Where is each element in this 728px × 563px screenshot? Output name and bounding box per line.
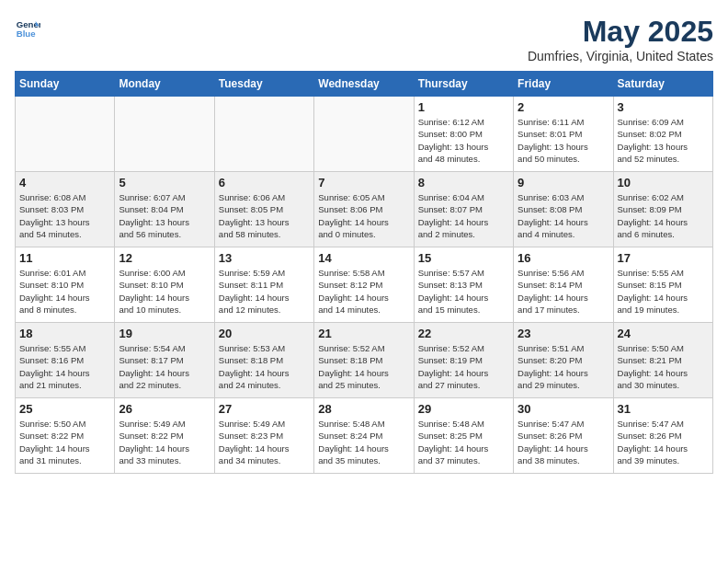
- month-title: May 2025: [528, 15, 713, 49]
- day-info: Sunrise: 6:12 AM Sunset: 8:00 PM Dayligh…: [418, 116, 509, 165]
- day-number: 14: [318, 251, 409, 265]
- day-info: Sunrise: 6:02 AM Sunset: 8:09 PM Dayligh…: [618, 191, 709, 240]
- title-block: May 2025 Dumfries, Virginia, United Stat…: [528, 15, 713, 63]
- day-info: Sunrise: 5:58 AM Sunset: 8:12 PM Dayligh…: [318, 267, 409, 316]
- day-number: 31: [618, 402, 709, 416]
- calendar-cell: 6Sunrise: 6:06 AM Sunset: 8:05 PM Daylig…: [214, 172, 313, 247]
- calendar-cell: [214, 97, 313, 172]
- calendar-cell: 17Sunrise: 5:55 AM Sunset: 8:15 PM Dayli…: [613, 247, 712, 323]
- day-number: 4: [19, 176, 110, 190]
- day-info: Sunrise: 5:50 AM Sunset: 8:21 PM Dayligh…: [618, 342, 709, 391]
- weekday-header-wednesday: Wednesday: [314, 72, 414, 97]
- day-info: Sunrise: 5:49 AM Sunset: 8:22 PM Dayligh…: [119, 418, 210, 466]
- calendar-cell: 19Sunrise: 5:54 AM Sunset: 8:17 PM Dayli…: [115, 323, 214, 398]
- calendar-cell: 24Sunrise: 5:50 AM Sunset: 8:21 PM Dayli…: [613, 323, 712, 398]
- calendar-cell: 1Sunrise: 6:12 AM Sunset: 8:00 PM Daylig…: [414, 97, 513, 172]
- day-info: Sunrise: 6:05 AM Sunset: 8:06 PM Dayligh…: [318, 191, 409, 240]
- day-info: Sunrise: 6:09 AM Sunset: 8:02 PM Dayligh…: [618, 116, 709, 165]
- day-number: 12: [119, 251, 210, 265]
- weekday-header-thursday: Thursday: [414, 72, 513, 97]
- svg-text:Blue: Blue: [17, 29, 36, 39]
- calendar-cell: [115, 97, 214, 172]
- day-info: Sunrise: 6:00 AM Sunset: 8:10 PM Dayligh…: [119, 267, 210, 316]
- day-info: Sunrise: 5:50 AM Sunset: 8:22 PM Dayligh…: [19, 418, 110, 466]
- day-number: 2: [518, 100, 609, 114]
- day-info: Sunrise: 5:52 AM Sunset: 8:18 PM Dayligh…: [318, 342, 409, 391]
- day-number: 18: [19, 327, 110, 340]
- calendar-cell: 2Sunrise: 6:11 AM Sunset: 8:01 PM Daylig…: [514, 97, 613, 172]
- week-row-3: 11Sunrise: 6:01 AM Sunset: 8:10 PM Dayli…: [16, 247, 713, 323]
- day-number: 23: [518, 327, 609, 340]
- day-number: 20: [219, 327, 310, 340]
- calendar-cell: 11Sunrise: 6:01 AM Sunset: 8:10 PM Dayli…: [16, 247, 115, 323]
- calendar-cell: 16Sunrise: 5:56 AM Sunset: 8:14 PM Dayli…: [514, 247, 613, 323]
- calendar-cell: [314, 97, 414, 172]
- day-number: 25: [19, 402, 110, 416]
- week-row-1: 1Sunrise: 6:12 AM Sunset: 8:00 PM Daylig…: [16, 97, 713, 172]
- weekday-header-row: SundayMondayTuesdayWednesdayThursdayFrid…: [16, 72, 713, 97]
- calendar-cell: 14Sunrise: 5:58 AM Sunset: 8:12 PM Dayli…: [314, 247, 414, 323]
- weekday-header-friday: Friday: [514, 72, 613, 97]
- calendar-cell: 18Sunrise: 5:55 AM Sunset: 8:16 PM Dayli…: [16, 323, 115, 398]
- day-info: Sunrise: 5:52 AM Sunset: 8:19 PM Dayligh…: [418, 342, 509, 391]
- day-number: 1: [418, 100, 509, 114]
- day-info: Sunrise: 6:04 AM Sunset: 8:07 PM Dayligh…: [418, 191, 509, 240]
- day-number: 28: [318, 402, 409, 416]
- day-info: Sunrise: 5:59 AM Sunset: 8:11 PM Dayligh…: [219, 267, 310, 316]
- day-number: 6: [219, 176, 310, 190]
- day-info: Sunrise: 6:08 AM Sunset: 8:03 PM Dayligh…: [19, 191, 110, 240]
- day-info: Sunrise: 5:53 AM Sunset: 8:18 PM Dayligh…: [219, 342, 310, 391]
- calendar-table: SundayMondayTuesdayWednesdayThursdayFrid…: [15, 71, 713, 474]
- day-info: Sunrise: 5:56 AM Sunset: 8:14 PM Dayligh…: [518, 267, 609, 316]
- day-number: 15: [418, 251, 509, 265]
- day-info: Sunrise: 5:55 AM Sunset: 8:16 PM Dayligh…: [19, 342, 110, 391]
- day-info: Sunrise: 6:01 AM Sunset: 8:10 PM Dayligh…: [19, 267, 110, 316]
- day-number: 13: [219, 251, 310, 265]
- day-number: 11: [19, 251, 110, 265]
- calendar-cell: 31Sunrise: 5:47 AM Sunset: 8:26 PM Dayli…: [613, 398, 712, 474]
- week-row-4: 18Sunrise: 5:55 AM Sunset: 8:16 PM Dayli…: [16, 323, 713, 398]
- calendar-cell: 21Sunrise: 5:52 AM Sunset: 8:18 PM Dayli…: [314, 323, 414, 398]
- day-number: 10: [618, 176, 709, 190]
- calendar-cell: 30Sunrise: 5:47 AM Sunset: 8:26 PM Dayli…: [514, 398, 613, 474]
- day-info: Sunrise: 6:07 AM Sunset: 8:04 PM Dayligh…: [119, 191, 210, 240]
- calendar-cell: 8Sunrise: 6:04 AM Sunset: 8:07 PM Daylig…: [414, 172, 513, 247]
- day-info: Sunrise: 5:57 AM Sunset: 8:13 PM Dayligh…: [418, 267, 509, 316]
- day-info: Sunrise: 5:51 AM Sunset: 8:20 PM Dayligh…: [518, 342, 609, 391]
- page-header: General Blue May 2025 Dumfries, Virginia…: [15, 15, 713, 63]
- calendar-cell: 5Sunrise: 6:07 AM Sunset: 8:04 PM Daylig…: [115, 172, 214, 247]
- day-number: 19: [119, 327, 210, 340]
- day-info: Sunrise: 5:48 AM Sunset: 8:25 PM Dayligh…: [418, 418, 509, 466]
- day-info: Sunrise: 6:03 AM Sunset: 8:08 PM Dayligh…: [518, 191, 609, 240]
- day-number: 7: [318, 176, 409, 190]
- weekday-header-monday: Monday: [115, 72, 214, 97]
- day-number: 9: [518, 176, 609, 190]
- day-number: 8: [418, 176, 509, 190]
- day-info: Sunrise: 5:55 AM Sunset: 8:15 PM Dayligh…: [618, 267, 709, 316]
- calendar-cell: 13Sunrise: 5:59 AM Sunset: 8:11 PM Dayli…: [214, 247, 313, 323]
- day-number: 16: [518, 251, 609, 265]
- day-info: Sunrise: 5:48 AM Sunset: 8:24 PM Dayligh…: [318, 418, 409, 466]
- weekday-header-tuesday: Tuesday: [214, 72, 313, 97]
- calendar-cell: 25Sunrise: 5:50 AM Sunset: 8:22 PM Dayli…: [16, 398, 115, 474]
- day-number: 27: [219, 402, 310, 416]
- logo-icon: General Blue: [15, 15, 40, 40]
- location-title: Dumfries, Virginia, United States: [528, 49, 713, 63]
- day-number: 5: [119, 176, 210, 190]
- calendar-cell: 22Sunrise: 5:52 AM Sunset: 8:19 PM Dayli…: [414, 323, 513, 398]
- calendar-cell: 26Sunrise: 5:49 AM Sunset: 8:22 PM Dayli…: [115, 398, 214, 474]
- weekday-header-sunday: Sunday: [16, 72, 115, 97]
- day-number: 26: [119, 402, 210, 416]
- calendar-cell: 29Sunrise: 5:48 AM Sunset: 8:25 PM Dayli…: [414, 398, 513, 474]
- calendar-cell: 4Sunrise: 6:08 AM Sunset: 8:03 PM Daylig…: [16, 172, 115, 247]
- day-info: Sunrise: 5:54 AM Sunset: 8:17 PM Dayligh…: [119, 342, 210, 391]
- calendar-cell: 10Sunrise: 6:02 AM Sunset: 8:09 PM Dayli…: [613, 172, 712, 247]
- calendar-cell: 9Sunrise: 6:03 AM Sunset: 8:08 PM Daylig…: [514, 172, 613, 247]
- calendar-cell: [16, 97, 115, 172]
- calendar-cell: 28Sunrise: 5:48 AM Sunset: 8:24 PM Dayli…: [314, 398, 414, 474]
- day-number: 22: [418, 327, 509, 340]
- day-number: 30: [518, 402, 609, 416]
- calendar-cell: 12Sunrise: 6:00 AM Sunset: 8:10 PM Dayli…: [115, 247, 214, 323]
- day-info: Sunrise: 5:47 AM Sunset: 8:26 PM Dayligh…: [618, 418, 709, 466]
- day-number: 21: [318, 327, 409, 340]
